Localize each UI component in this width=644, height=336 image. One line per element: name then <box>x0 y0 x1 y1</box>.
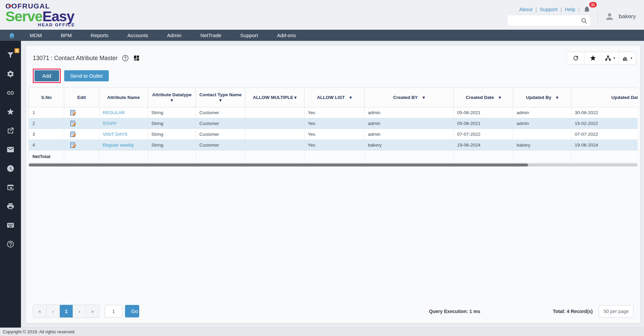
notifications-button[interactable]: 31 <box>583 5 591 13</box>
separator <box>536 6 537 12</box>
nav-item-bpm[interactable]: BPM <box>51 30 81 41</box>
cell-updated-date: 30-08-2022 <box>571 107 638 118</box>
column-header-attribute-name[interactable]: Attribute Name <box>99 88 148 107</box>
cell-allow-list: Yes <box>304 140 365 151</box>
column-header-updated-by[interactable]: Updated By <box>513 88 571 107</box>
attribute-name-link[interactable]: VISIT DAYS <box>99 129 148 140</box>
logo[interactable]: GOFRUGAL ServeEasy HEAD OFFICE <box>5 2 75 27</box>
cell-created-by: admin <box>365 118 454 129</box>
column-header-allow-multiple[interactable]: ALLOW MULTIPLE <box>245 88 304 107</box>
edit-button[interactable] <box>64 107 99 118</box>
support-link[interactable]: Support <box>540 6 558 12</box>
per-page-select[interactable]: 50 per page <box>599 305 634 317</box>
history-button[interactable] <box>6 164 15 173</box>
dashboard-shortcut-button[interactable] <box>133 55 140 61</box>
nav-item-admin[interactable]: Admin <box>158 30 191 41</box>
first-page-button[interactable]: « <box>33 305 46 317</box>
brand-name: GOFRUGAL <box>5 2 75 10</box>
title-row: 13071 : Contact Attribute Master <box>26 46 640 64</box>
prev-page-button[interactable]: ‹ <box>46 305 59 317</box>
cell-created-date: 19-06-2024 <box>454 140 513 151</box>
mail-button[interactable] <box>6 146 15 154</box>
column-header-created-by[interactable]: Created BY <box>365 88 454 107</box>
copyright-footer: Copyright © 2019. All rights reserved <box>0 328 644 336</box>
share-icon <box>6 127 15 135</box>
search-input[interactable] <box>510 16 578 25</box>
edit-button[interactable] <box>64 140 99 151</box>
cell-updated-by: admin <box>513 118 571 129</box>
go-button[interactable]: Go <box>125 305 139 317</box>
notification-badge: 31 <box>589 2 597 7</box>
cell-sno: 2 <box>29 118 64 129</box>
attribute-name-link[interactable]: STAFF <box>99 118 148 129</box>
home-button[interactable] <box>8 32 16 39</box>
sort-caret-icon <box>499 95 501 100</box>
nav-item-reports[interactable]: Reports <box>81 30 118 41</box>
scrollbar-thumb[interactable] <box>29 163 528 166</box>
attribute-name-link[interactable]: REGULAR <box>99 107 148 118</box>
nav-item-mdm[interactable]: MDM <box>20 30 51 41</box>
page-help-button[interactable] <box>122 54 129 62</box>
attribute-name-link[interactable]: Regular weekly <box>99 140 148 151</box>
current-page-button[interactable]: 1 <box>59 305 73 317</box>
about-link[interactable]: About <box>519 6 532 12</box>
send-to-outlet-button[interactable]: Send to Outlet <box>64 70 109 81</box>
sort-caret-icon <box>556 95 559 100</box>
bottom-row: « ‹ 1 › » Go Query Execution: 1 ms Total… <box>33 305 634 318</box>
table-row: 3 VISIT DAYS String Customer Yes admin 0… <box>29 129 638 140</box>
favorite-report-button[interactable] <box>584 52 601 64</box>
add-button[interactable]: Add <box>34 70 59 81</box>
page-number-input[interactable] <box>105 305 122 317</box>
next-page-button[interactable]: › <box>73 305 86 317</box>
sitemap-icon <box>605 55 611 61</box>
filter-button[interactable]: 0 <box>6 51 15 59</box>
status-bar: Query Execution: 1 ms Total: 4 Record(s)… <box>429 305 634 317</box>
edit-button[interactable] <box>64 129 99 140</box>
user-avatar-icon <box>604 11 615 22</box>
content-panel: 13071 : Contact Attribute Master <box>26 45 641 324</box>
schedule-button[interactable] <box>6 183 15 191</box>
hierarchy-view-dropdown[interactable] <box>601 52 619 64</box>
nav-item-accounts[interactable]: Accounts <box>118 30 158 41</box>
horizontal-scrollbar[interactable] <box>29 163 638 166</box>
click-highlight: Add <box>33 69 61 83</box>
cell-contact-type: Customer <box>196 118 245 129</box>
cell-updated-by: bakery <box>513 140 571 151</box>
settings-button[interactable] <box>6 70 15 78</box>
star-icon <box>590 55 596 61</box>
user-menu[interactable]: bakery <box>604 11 636 22</box>
edit-icon <box>70 110 76 116</box>
column-header-allow-list[interactable]: ALLOW LIST <box>304 88 365 107</box>
keyboard-button[interactable] <box>6 221 15 229</box>
column-header-created-date[interactable]: Created Date <box>454 88 513 107</box>
share-button[interactable] <box>6 127 15 135</box>
edit-button[interactable] <box>64 118 99 129</box>
cell-contact-type: Customer <box>196 140 245 151</box>
cell-created-by: admin <box>365 129 454 140</box>
sidebar-help-button[interactable] <box>6 240 15 248</box>
nav-item-support[interactable]: Support <box>231 30 268 41</box>
column-header-edit[interactable]: Edit <box>64 88 99 107</box>
column-header-contact-type-name[interactable]: Contact Type Name <box>196 88 245 107</box>
refresh-button[interactable] <box>567 52 584 64</box>
search-icon[interactable] <box>581 18 588 24</box>
page-title: 13071 : Contact Attribute Master <box>33 55 118 62</box>
column-header-updated-date[interactable]: Updated Date <box>571 88 638 107</box>
help-circle-icon <box>6 240 15 248</box>
nav-item-addons[interactable]: Add-ons <box>268 30 305 41</box>
links-button[interactable] <box>6 89 15 97</box>
column-header-sno[interactable]: S.No <box>29 88 64 107</box>
print-button[interactable] <box>6 202 15 210</box>
last-page-button[interactable]: » <box>86 305 99 317</box>
column-header-attribute-datatype[interactable]: Attribute Datatype <box>148 88 196 107</box>
chart-view-dropdown[interactable] <box>619 52 636 64</box>
cell-allow-multiple <box>245 107 304 118</box>
help-link[interactable]: Help <box>565 6 575 12</box>
divider <box>598 9 598 27</box>
cell-allow-multiple <box>245 140 304 151</box>
nav-item-nettrade[interactable]: NetTrade <box>191 30 231 41</box>
cell-sno: 3 <box>29 129 64 140</box>
favorites-button[interactable] <box>6 108 15 116</box>
sort-caret-icon <box>349 95 352 100</box>
grid-icon <box>133 55 140 61</box>
